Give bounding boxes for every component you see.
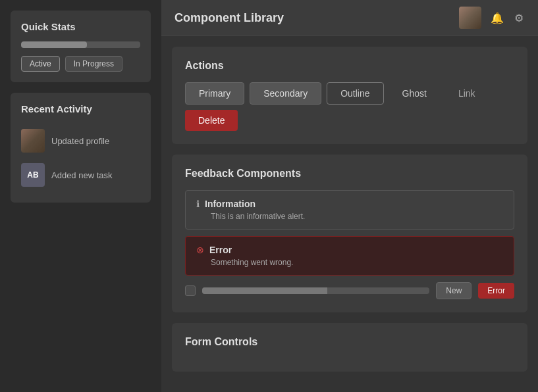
progress-checkbox[interactable] — [185, 285, 196, 296]
quick-stats-card: Quick Stats Active In Progress — [11, 11, 151, 82]
form-controls-title: Form Controls — [185, 336, 514, 348]
bell-icon[interactable]: 🔔 — [489, 11, 505, 26]
quick-stats-title: Quick Stats — [21, 21, 140, 32]
actions-title: Actions — [185, 60, 514, 72]
avatar — [21, 129, 45, 153]
ghost-button[interactable]: Ghost — [389, 83, 440, 104]
avatar-initials: AB — [21, 163, 45, 187]
actions-section: Actions Primary Secondary Outline Ghost … — [172, 47, 527, 144]
info-icon: ℹ — [196, 199, 200, 209]
quick-stats-progress-bar — [21, 41, 140, 48]
form-controls-section: Form Controls — [172, 323, 527, 372]
activity-label: Updated profile — [51, 136, 109, 146]
recent-activity-card: Recent Activity Updated profile AB Added… — [11, 93, 151, 203]
header-icons: 🔔 ⚙ — [459, 7, 525, 29]
stats-buttons: Active In Progress — [21, 56, 140, 72]
feedback-progress-fill — [202, 287, 327, 294]
action-buttons: Primary Secondary Outline Ghost Link Del… — [185, 82, 514, 131]
avatar-photo — [21, 129, 45, 153]
progress-row: New Error — [185, 282, 514, 299]
header: Component Library 🔔 ⚙ — [161, 0, 538, 36]
alert-message: Something went wrong. — [211, 258, 503, 267]
error-alert: ⊗ Error Something went wrong. — [185, 236, 514, 276]
feedback-title: Feedback Components — [185, 168, 514, 180]
error-button[interactable]: Error — [478, 283, 514, 299]
alert-message: This is an informative alert. — [211, 212, 503, 221]
alert-header: ⊗ Error — [196, 245, 503, 255]
secondary-button[interactable]: Secondary — [250, 82, 321, 105]
avatar-photo — [459, 7, 481, 29]
recent-activity-title: Recent Activity — [21, 103, 140, 114]
alert-header: ℹ Information — [196, 199, 503, 209]
sidebar: Quick Stats Active In Progress Recent Ac… — [0, 0, 161, 392]
outline-button[interactable]: Outline — [327, 82, 383, 105]
feedback-section: Feedback Components ℹ Information This i… — [172, 155, 527, 312]
active-button[interactable]: Active — [21, 56, 60, 72]
new-button[interactable]: New — [436, 282, 471, 299]
primary-button[interactable]: Primary — [185, 82, 244, 105]
list-item: Updated profile — [21, 124, 140, 158]
link-button[interactable]: Link — [445, 83, 489, 104]
alert-title: Information — [205, 199, 256, 209]
avatar: AB — [21, 163, 45, 187]
gear-icon[interactable]: ⚙ — [513, 11, 525, 26]
header-avatar — [459, 7, 481, 29]
info-alert: ℹ Information This is an informative ale… — [185, 190, 514, 230]
page-title: Component Library — [175, 11, 284, 25]
main-content: Component Library 🔔 ⚙ Actions Primary Se… — [161, 0, 538, 392]
delete-button[interactable]: Delete — [185, 110, 238, 131]
in-progress-button[interactable]: In Progress — [65, 56, 122, 72]
alert-title: Error — [209, 245, 232, 255]
quick-stats-progress-fill — [21, 41, 87, 48]
feedback-progress-bar — [202, 287, 429, 294]
list-item: AB Added new task — [21, 158, 140, 192]
activity-label: Added new task — [51, 170, 113, 180]
error-icon: ⊗ — [196, 245, 204, 255]
